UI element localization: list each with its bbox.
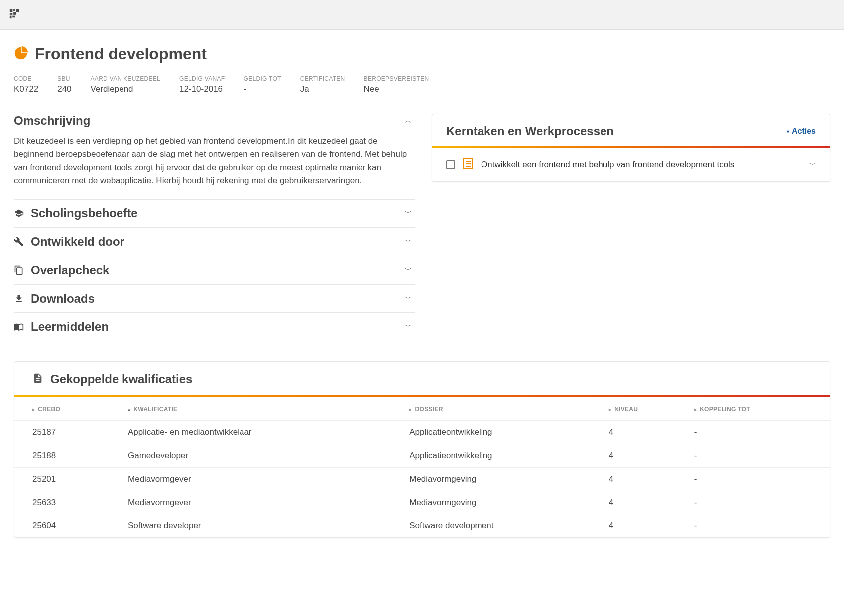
meta-value: Verdiepend (91, 84, 161, 94)
cell-kwalificatie: Mediavormgever (122, 491, 403, 514)
col-dossier[interactable]: ▸DOSSIER (403, 397, 603, 421)
document-icon (32, 372, 43, 387)
meta-geldig-vanaf: GELDIG VANAF 12-10-2016 (179, 75, 225, 94)
cell-niveau: 4 (603, 491, 688, 514)
meta-beroepsvereisten: BEROEPSVEREISTEN Nee (364, 75, 429, 94)
cell-crebo: 25187 (14, 421, 122, 444)
cell-kwalificatie: Mediavormgever (122, 468, 403, 491)
col-koppeling-tot[interactable]: ▸KOPPELING TOT (688, 397, 830, 421)
accordion-ontwikkeld-door: Ontwikkeld door ﹀ (14, 228, 415, 256)
meta-certificaten: CERTIFICATEN Ja (300, 75, 345, 94)
meta-label: AARD VAN KEUZEDEEL (91, 75, 161, 82)
task-checkbox[interactable] (446, 160, 455, 169)
top-bar (0, 0, 844, 30)
acties-dropdown[interactable]: ▾ Acties (787, 127, 816, 136)
table-row[interactable]: 25604Software developerSoftware developm… (14, 514, 830, 538)
table-row[interactable]: 25188GamedeveloperApplicatieontwikkeling… (14, 444, 830, 468)
col-kwalificatie[interactable]: ▴KWALIFICATIE (122, 397, 403, 421)
accordion-omschrijving: Omschrijving ︿ Dit keuzedeel is een verd… (14, 114, 415, 200)
accordion-title: Downloads (31, 292, 398, 306)
kwalificaties-title: Gekoppelde kwalificaties (50, 372, 192, 386)
download-icon (14, 294, 24, 304)
acties-label: Acties (792, 127, 816, 136)
meta-value: - (244, 84, 281, 94)
cell-dossier: Applicatieontwikkeling (403, 444, 603, 468)
kwalificaties-table: ▸CREBO ▴KWALIFICATIE ▸DOSSIER ▸NIVEAU ▸K… (14, 397, 830, 537)
svg-rect-1 (13, 9, 15, 11)
chevron-up-icon: ︿ (405, 116, 412, 125)
kwalificaties-card: Gekoppelde kwalificaties ▸CREBO ▴KWALIFI… (14, 361, 830, 538)
task-text: Ontwikkelt een frontend met behulp van f… (481, 160, 801, 170)
meta-label: CODE (14, 75, 38, 82)
meta-label: GELDIG TOT (244, 75, 281, 82)
cell-koppeling_tot: - (688, 514, 830, 538)
meta-sbu: SBU 240 (57, 75, 71, 94)
graduation-cap-icon (14, 208, 24, 218)
cell-koppeling_tot: - (688, 468, 830, 491)
cell-koppeling_tot: - (688, 421, 830, 444)
chevron-down-icon[interactable]: ﹀ (809, 160, 816, 169)
kwalificaties-header: Gekoppelde kwalificaties (14, 362, 830, 395)
cell-crebo: 25633 (14, 491, 122, 514)
svg-rect-5 (10, 15, 12, 18)
table-row[interactable]: 25633MediavormgeverMediavormgeving4- (14, 491, 830, 514)
table-row[interactable]: 25187Applicatie- en mediaontwikkelaarApp… (14, 421, 830, 444)
tasks-card-header: Kerntaken en Werkprocessen ▾ Acties (432, 114, 830, 146)
chevron-down-icon: ﹀ (405, 294, 412, 303)
meta-row: CODE K0722 SBU 240 AARD VAN KEUZEDEEL Ve… (14, 75, 830, 94)
page-header: Frontend development (14, 45, 830, 63)
page-title: Frontend development (35, 45, 207, 63)
book-icon (14, 322, 24, 332)
cell-dossier: Applicatieontwikkeling (403, 421, 603, 444)
col-crebo[interactable]: ▸CREBO (14, 397, 122, 421)
accordion-title: Scholingsbehoefte (31, 206, 398, 220)
cell-dossier: Mediavormgeving (403, 468, 603, 491)
meta-label: BEROEPSVEREISTEN (364, 75, 429, 82)
copy-icon (14, 265, 24, 275)
svg-rect-2 (16, 9, 19, 12)
meta-geldig-tot: GELDIG TOT - (244, 75, 281, 94)
cell-koppeling_tot: - (688, 491, 830, 514)
cell-kwalificatie: Applicatie- en mediaontwikkelaar (122, 421, 403, 444)
task-row[interactable]: Ontwikkelt een frontend met behulp van f… (432, 148, 830, 181)
accordion-toggle-omschrijving[interactable]: Omschrijving ︿ (14, 114, 415, 135)
meta-label: GELDIG VANAF (179, 75, 225, 82)
pie-chart-icon (14, 46, 28, 62)
cell-crebo: 25188 (14, 444, 122, 468)
caret-down-icon: ▾ (787, 129, 789, 134)
accordion-title: Omschrijving (14, 114, 398, 128)
meta-value: 240 (57, 84, 71, 94)
accordion-toggle-overlapcheck[interactable]: Overlapcheck ﹀ (14, 256, 415, 284)
cell-niveau: 4 (603, 421, 688, 444)
sort-asc-icon: ▴ (128, 407, 130, 412)
chevron-down-icon: ﹀ (405, 266, 412, 275)
accordion-toggle-downloads[interactable]: Downloads ﹀ (14, 285, 415, 312)
chevron-down-icon: ﹀ (405, 237, 412, 246)
table-row[interactable]: 25201MediavormgeverMediavormgeving4- (14, 468, 830, 491)
chevron-down-icon: ﹀ (405, 209, 412, 218)
meta-value: 12-10-2016 (179, 84, 225, 94)
accordion-toggle-ontwikkeld-door[interactable]: Ontwikkeld door ﹀ (14, 228, 415, 256)
cell-dossier: Software development (403, 514, 603, 538)
svg-rect-3 (10, 13, 13, 15)
accordion-scholingsbehoefte: Scholingsbehoefte ﹀ (14, 200, 415, 228)
col-niveau[interactable]: ▸NIVEAU (603, 397, 688, 421)
cell-koppeling_tot: - (688, 444, 830, 468)
meta-value: Ja (300, 84, 345, 94)
tasks-card: Kerntaken en Werkprocessen ▾ Acties Ontw… (432, 114, 830, 182)
accordion-downloads: Downloads ﹀ (14, 285, 415, 313)
accordion-toggle-leermiddelen[interactable]: Leermiddelen ﹀ (14, 313, 415, 341)
cell-niveau: 4 (603, 468, 688, 491)
accordion-toggle-scholingsbehoefte[interactable]: Scholingsbehoefte ﹀ (14, 200, 415, 227)
meta-value: Nee (364, 84, 429, 94)
tasks-card-title: Kerntaken en Werkprocessen (446, 124, 614, 138)
cell-crebo: 25201 (14, 468, 122, 491)
cell-niveau: 4 (603, 514, 688, 538)
caret-right-icon: ▸ (32, 407, 35, 412)
cell-kwalificatie: Gamedeveloper (122, 444, 403, 468)
cell-niveau: 4 (603, 444, 688, 468)
accordion-leermiddelen: Leermiddelen ﹀ (14, 313, 415, 341)
svg-rect-0 (10, 9, 13, 12)
apps-grid-icon[interactable] (9, 8, 20, 21)
cell-dossier: Mediavormgeving (403, 491, 603, 514)
